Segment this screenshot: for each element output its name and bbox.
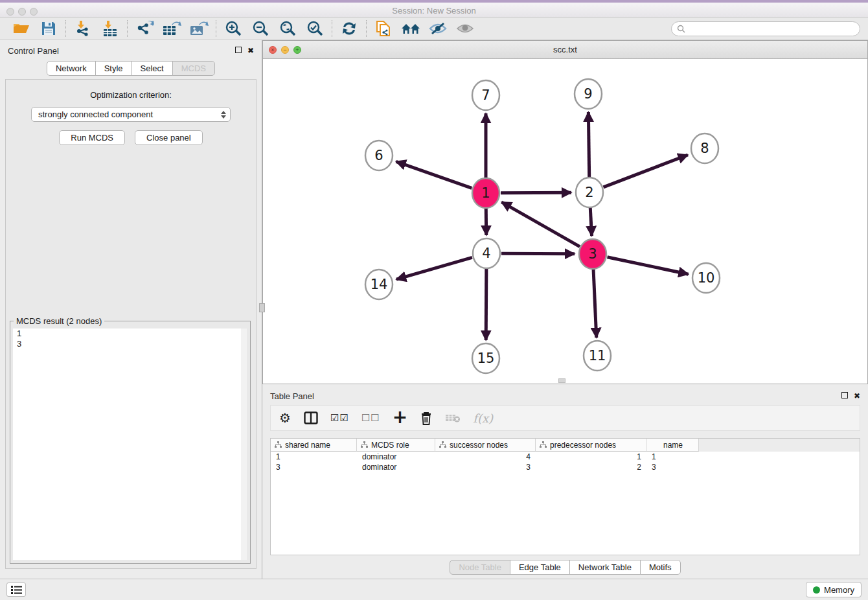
clone-network-button[interactable] bbox=[370, 19, 397, 38]
column-header-name[interactable]: name bbox=[646, 439, 699, 452]
window-title-bar: Session: New Session bbox=[0, 0, 868, 17]
graph-node-11[interactable]: 11 bbox=[584, 341, 611, 371]
open-folder-icon bbox=[12, 21, 30, 36]
zoom-in-icon bbox=[225, 20, 242, 38]
select-all-columns-icon[interactable]: ☑☑ bbox=[330, 410, 349, 426]
graph-node-3[interactable]: 3 bbox=[579, 239, 606, 269]
mcds-result-list[interactable]: 13 bbox=[13, 329, 247, 560]
criterion-select[interactable]: strongly connected component bbox=[31, 107, 231, 122]
zoom-in-button[interactable] bbox=[220, 19, 247, 38]
network-window-title-bar[interactable]: × − + scc.txt bbox=[263, 41, 867, 59]
table-cell[interactable]: 1 bbox=[646, 452, 699, 462]
graph-edge-4-3[interactable] bbox=[501, 253, 575, 254]
tab-network-table[interactable]: Network Table bbox=[569, 560, 641, 575]
svg-text:9: 9 bbox=[584, 86, 592, 102]
panel-divider-grip[interactable] bbox=[259, 303, 265, 312]
export-image-button[interactable] bbox=[185, 19, 212, 38]
tab-node-table[interactable]: Node Table bbox=[450, 560, 510, 575]
table-cell[interactable]: 4 bbox=[435, 452, 536, 462]
run-mcds-button[interactable]: Run MCDS bbox=[59, 130, 125, 145]
table-cell[interactable]: 1 bbox=[271, 452, 357, 462]
export-table-icon bbox=[162, 20, 181, 37]
tab-mcds[interactable]: MCDS bbox=[172, 61, 215, 76]
column-header-predecessor-nodes[interactable]: predecessor nodes bbox=[536, 439, 646, 452]
graph-edge-2-3[interactable] bbox=[590, 207, 591, 236]
network-canvas[interactable]: 7968124314101511 bbox=[263, 59, 867, 384]
toolbar-separator bbox=[127, 20, 128, 37]
close-panel-icon[interactable]: ✖ bbox=[247, 46, 254, 55]
column-header-shared-name[interactable]: shared name bbox=[271, 439, 357, 452]
tab-style[interactable]: Style bbox=[95, 61, 132, 76]
delete-column-trash-icon[interactable] bbox=[420, 410, 433, 426]
graph-node-2[interactable]: 2 bbox=[576, 178, 603, 207]
graph-node-10[interactable]: 10 bbox=[692, 263, 720, 293]
graph-node-9[interactable]: 9 bbox=[575, 79, 602, 109]
graph-edge-4-15[interactable] bbox=[486, 268, 486, 340]
graph-edge-3-1[interactable] bbox=[501, 202, 580, 247]
graph-node-15[interactable]: 15 bbox=[472, 343, 499, 373]
graph-edge-1-2[interactable] bbox=[501, 192, 571, 193]
graph-node-1[interactable]: 1 bbox=[472, 178, 499, 208]
add-column-icon[interactable]: + bbox=[393, 408, 407, 425]
zoom-selected-button[interactable] bbox=[301, 19, 328, 38]
graph-node-6[interactable]: 6 bbox=[365, 141, 393, 170]
graph-node-14[interactable]: 14 bbox=[365, 270, 393, 299]
control-panel-title: Control Panel bbox=[8, 46, 59, 56]
zoom-out-button[interactable] bbox=[247, 19, 274, 38]
task-history-button[interactable] bbox=[6, 583, 26, 597]
export-network-button[interactable] bbox=[131, 19, 158, 38]
tab-select[interactable]: Select bbox=[131, 61, 173, 76]
network-resize-grip[interactable] bbox=[558, 378, 565, 383]
graph-node-7[interactable]: 7 bbox=[472, 80, 499, 110]
table-cell[interactable]: 1 bbox=[536, 452, 646, 462]
table-cell[interactable]: 2 bbox=[536, 462, 646, 472]
zoom-fit-button[interactable] bbox=[274, 19, 301, 38]
show-column-icon[interactable] bbox=[304, 410, 318, 426]
save-session-button[interactable] bbox=[35, 19, 62, 38]
table-cell[interactable]: 3 bbox=[435, 462, 536, 472]
tab-edge-table[interactable]: Edge Table bbox=[510, 560, 570, 575]
export-network-icon bbox=[135, 20, 154, 37]
float-table-panel-icon[interactable] bbox=[841, 391, 848, 400]
table-row[interactable]: 3dominator323 bbox=[271, 462, 860, 472]
column-header-successor-nodes[interactable]: successor nodes bbox=[435, 439, 536, 452]
import-table-button[interactable] bbox=[97, 19, 124, 38]
table-cell[interactable]: 3 bbox=[646, 462, 699, 472]
hide-selected-button[interactable] bbox=[424, 19, 451, 38]
result-scrollbar[interactable] bbox=[241, 329, 247, 560]
delete-table-icon[interactable] bbox=[445, 410, 461, 426]
tab-network[interactable]: Network bbox=[47, 61, 96, 76]
table-cell[interactable]: dominator bbox=[357, 452, 435, 462]
import-network-button[interactable] bbox=[69, 19, 97, 38]
tab-motifs[interactable]: Motifs bbox=[640, 560, 681, 575]
search-box[interactable] bbox=[671, 21, 860, 36]
refresh-icon bbox=[341, 20, 358, 37]
open-session-button[interactable] bbox=[8, 19, 35, 38]
graph-edge-2-9[interactable] bbox=[588, 112, 589, 178]
graph-edge-3-10[interactable] bbox=[608, 257, 689, 274]
first-neighbors-button[interactable] bbox=[397, 19, 424, 38]
export-table-button[interactable] bbox=[158, 19, 185, 38]
close-panel-button[interactable]: Close panel bbox=[135, 130, 203, 145]
trash-glyph bbox=[420, 411, 432, 425]
graph-edge-2-8[interactable] bbox=[603, 155, 687, 187]
deselect-all-columns-icon[interactable]: ☐☐ bbox=[361, 410, 380, 426]
graph-node-8[interactable]: 8 bbox=[691, 133, 718, 163]
function-builder-icon[interactable]: f(x) bbox=[473, 410, 493, 426]
graph-node-4[interactable]: 4 bbox=[473, 238, 500, 268]
memory-button[interactable]: Memory bbox=[806, 582, 862, 597]
show-all-button[interactable] bbox=[451, 19, 479, 38]
table-options-gear-icon[interactable]: ⚙ bbox=[279, 410, 291, 426]
search-input[interactable] bbox=[689, 24, 854, 33]
refresh-network-button[interactable] bbox=[336, 19, 363, 38]
list-icon bbox=[11, 586, 22, 594]
table-row[interactable]: 1dominator411 bbox=[271, 452, 860, 462]
graph-edge-3-11[interactable] bbox=[593, 269, 597, 338]
column-header-MCDS-role[interactable]: MCDS role bbox=[357, 439, 435, 452]
graph-edge-1-6[interactable] bbox=[396, 161, 472, 188]
close-table-panel-icon[interactable]: ✖ bbox=[854, 391, 860, 400]
table-cell[interactable]: dominator bbox=[357, 462, 435, 472]
table-cell[interactable]: 3 bbox=[271, 462, 357, 472]
graph-edge-4-14[interactable] bbox=[396, 257, 472, 279]
float-panel-icon[interactable] bbox=[235, 46, 242, 55]
